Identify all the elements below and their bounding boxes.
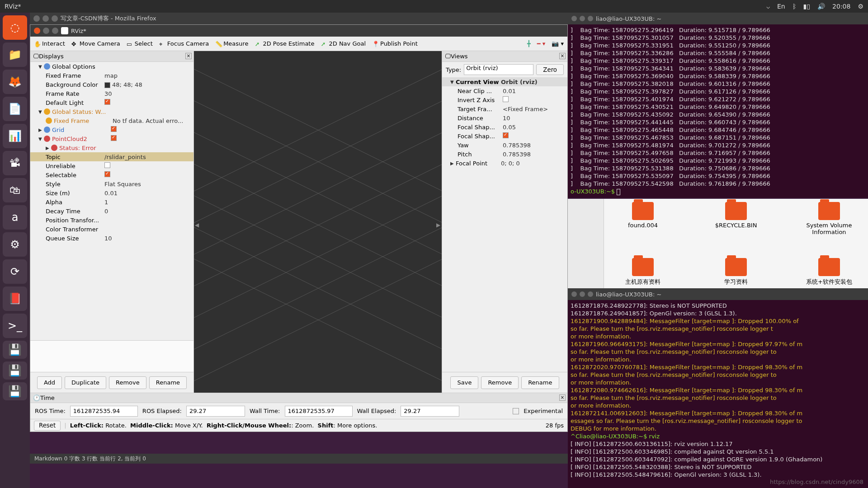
move-camera-button[interactable]: ✥Move Camera: [71, 40, 120, 47]
maximize-icon[interactable]: [52, 28, 58, 34]
ruler-icon: 📏: [215, 41, 222, 47]
displays-panel: 🖵 Displays × ▼Global Options Fixed Frame…: [30, 51, 194, 393]
system-tray: ⌵ En ᛒ ▮▯ 🔊 20:08 ⚙: [766, 3, 863, 10]
launcher-terminal-icon[interactable]: >_: [3, 314, 27, 338]
file-manager[interactable]: found.004$RECYCLE.BINSystem Volume Infor…: [568, 199, 868, 289]
zero-button[interactable]: Zero: [536, 64, 564, 75]
wall-elapsed-field[interactable]: [401, 406, 459, 417]
wall-time-label: Wall Time:: [250, 408, 280, 414]
minimize-icon[interactable]: [42, 15, 49, 22]
wall-time-field[interactable]: [285, 406, 353, 417]
launcher-writer-icon[interactable]: 📄: [3, 97, 27, 121]
bluetooth-icon[interactable]: ᛒ: [793, 3, 796, 10]
interact-button[interactable]: ✋Interact: [34, 40, 65, 47]
checkbox[interactable]: [104, 99, 110, 105]
checkbox[interactable]: [111, 135, 117, 141]
checkbox[interactable]: [104, 162, 110, 168]
launcher-dash-icon[interactable]: ◌: [3, 15, 27, 40]
launcher-updater-icon[interactable]: ⟳: [3, 259, 27, 284]
fps-label: 28 fps: [546, 422, 564, 429]
measure-button[interactable]: 📏Measure: [215, 40, 248, 47]
minimize-icon[interactable]: [580, 291, 585, 297]
firefox-title-text: 写文章-CSDN博客 - Mozilla Firefox: [61, 14, 156, 23]
close-panel-icon[interactable]: ×: [559, 53, 566, 59]
add-button[interactable]: Add: [37, 376, 62, 389]
ros-elapsed-label: ROS Elapsed:: [142, 408, 182, 414]
rviz-toolbar: ✋Interact ✥Move Camera ▭Select ⌖Focus Ca…: [30, 37, 567, 51]
remove-button[interactable]: Remove: [481, 376, 519, 389]
lang-indicator[interactable]: En: [777, 3, 785, 10]
error-icon: [44, 136, 50, 142]
launcher-reader-icon[interactable]: 📕: [3, 286, 27, 311]
close-icon[interactable]: [33, 15, 40, 22]
clock[interactable]: 20:08: [832, 3, 850, 10]
gear-icon[interactable]: ⚙: [858, 3, 863, 10]
maximize-icon[interactable]: [52, 15, 58, 22]
launcher-firefox-icon[interactable]: 🦊: [3, 70, 27, 94]
ros-elapsed-field[interactable]: [186, 406, 245, 417]
collapse-left-icon[interactable]: ◀: [195, 222, 199, 230]
camera-icon[interactable]: 📷 ▾: [552, 40, 564, 47]
panel-icon: 🖵: [33, 53, 39, 60]
launcher-device-icon[interactable]: 💾: [3, 341, 27, 359]
editor-statusbar: Markdown 0 字数 3 行数 当前行 2, 当前列 0: [30, 454, 568, 464]
launcher-calc-icon[interactable]: 📊: [3, 124, 27, 148]
close-icon[interactable]: [34, 28, 40, 34]
launcher-device-icon-2[interactable]: 💾: [3, 361, 27, 380]
minimize-icon[interactable]: [43, 28, 49, 34]
maximize-icon[interactable]: [588, 291, 593, 297]
collapse-right-icon[interactable]: ▶: [436, 222, 441, 230]
experimental-checkbox[interactable]: [513, 408, 519, 414]
view-type-select[interactable]: Orbit (rviz): [464, 64, 533, 75]
save-button[interactable]: Save: [450, 376, 478, 389]
close-panel-icon[interactable]: ×: [185, 53, 192, 59]
nav-goal-button[interactable]: ➚2D Nav Goal: [321, 40, 366, 47]
checkbox[interactable]: [503, 96, 509, 102]
ros-time-field[interactable]: [70, 406, 138, 417]
unity-launcher: ◌ 📁 🦊 📄 📊 📽 🛍 a ⚙ ⟳ 📕 >_ RViz RViz 💾 💾 💾: [0, 13, 30, 488]
file-sidebar[interactable]: [568, 199, 604, 289]
checkbox[interactable]: [503, 132, 509, 138]
launcher-impress-icon[interactable]: 📽: [3, 151, 27, 175]
duplicate-button[interactable]: Duplicate: [65, 376, 106, 389]
launcher-software-icon[interactable]: 🛍: [3, 178, 27, 202]
rename-button[interactable]: Rename: [521, 376, 559, 389]
battery-icon[interactable]: ▮▯: [803, 3, 810, 10]
volume-icon[interactable]: 🔊: [817, 3, 825, 10]
folder-item[interactable]: 学习资料: [709, 258, 763, 286]
focus-camera-button[interactable]: ⌖Focus Camera: [159, 40, 209, 47]
launcher-settings-icon[interactable]: ⚙: [3, 232, 27, 257]
maximize-icon[interactable]: [588, 16, 593, 21]
launcher-amazon-icon[interactable]: a: [3, 205, 27, 230]
folder-item[interactable]: found.004: [616, 202, 670, 235]
folder-item[interactable]: $RECYCLE.BIN: [709, 202, 763, 235]
close-icon[interactable]: [571, 16, 577, 21]
remove-button[interactable]: Remove: [109, 376, 146, 389]
rviz-window: RViz* ✋Interact ✥Move Camera ▭Select ⌖Fo…: [30, 24, 568, 432]
move-icon: ✥: [71, 41, 78, 47]
publish-point-button[interactable]: 📍Publish Point: [372, 40, 418, 47]
terminal-bottom[interactable]: liao@liao-UX303UB: ~ 1612871876.24892277…: [568, 288, 868, 488]
wifi-icon[interactable]: ⌵: [766, 3, 770, 10]
folder-item[interactable]: System Volume Information: [802, 202, 856, 235]
minus-icon[interactable]: ━ ▾: [537, 40, 545, 47]
checkbox[interactable]: [104, 171, 110, 177]
close-icon[interactable]: [571, 291, 577, 297]
checkbox[interactable]: [111, 126, 117, 132]
displays-tree[interactable]: ▼Global Options Fixed Framemap Backgroun…: [30, 62, 193, 340]
pose-estimate-button[interactable]: ➚2D Pose Estimate: [255, 40, 314, 47]
terminal-top[interactable]: liao@liao-UX303UB: ~ ] Bag Time: 1587095…: [568, 13, 868, 198]
close-panel-icon[interactable]: ×: [559, 394, 566, 401]
reset-button[interactable]: Reset: [34, 421, 61, 431]
folder-item[interactable]: 系统+软件安装包: [802, 258, 856, 286]
select-button[interactable]: ▭Select: [127, 40, 153, 47]
views-tree[interactable]: ▼Current ViewOrbit (rviz) Near Clip ...0…: [442, 77, 567, 372]
launcher-device-icon-3[interactable]: 💾: [3, 382, 27, 400]
file-grid[interactable]: found.004$RECYCLE.BINSystem Volume Infor…: [604, 199, 868, 289]
folder-item[interactable]: 主机原有资料: [616, 258, 670, 286]
plus-icon[interactable]: ╋: [527, 40, 531, 47]
rename-button[interactable]: Rename: [149, 376, 187, 389]
3d-viewport[interactable]: ◀ ▶: [194, 51, 442, 393]
minimize-icon[interactable]: [580, 16, 585, 21]
launcher-files-icon[interactable]: 📁: [3, 42, 27, 67]
